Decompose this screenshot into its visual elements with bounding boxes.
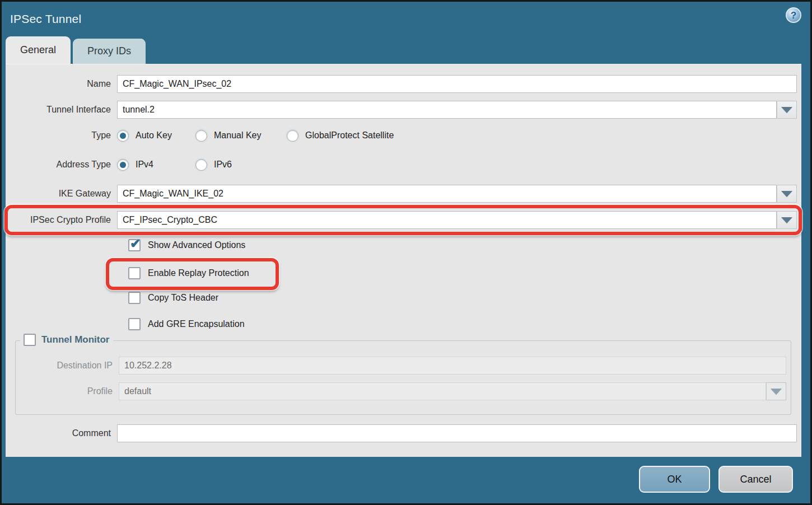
type-row: Type Auto Key Manual Key GlobalProtect S… xyxy=(6,128,801,143)
show-advanced-options-label: Show Advanced Options xyxy=(148,240,245,250)
radio-button-icon xyxy=(195,159,207,171)
radio-button-icon xyxy=(117,130,129,142)
name-input[interactable] xyxy=(117,75,797,93)
tab-proxy-ids-label: Proxy IDs xyxy=(87,45,131,57)
type-label: Type xyxy=(6,130,117,141)
tab-general-label: General xyxy=(20,44,56,56)
comment-input[interactable] xyxy=(117,424,797,442)
destination-ip-input xyxy=(119,357,786,375)
radio-globalprotect-satellite[interactable]: GlobalProtect Satellite xyxy=(287,130,394,142)
enable-replay-protection-row[interactable]: Enable Replay Protection xyxy=(6,266,801,280)
profile-row: Profile xyxy=(20,382,786,400)
radio-auto-key-label: Auto Key xyxy=(136,130,172,141)
radio-ipv6[interactable]: IPv6 xyxy=(195,159,232,171)
radio-auto-key[interactable]: Auto Key xyxy=(117,130,195,142)
ipsec-tunnel-dialog: IPSec Tunnel ? General Proxy IDs Name Tu… xyxy=(0,0,812,505)
copy-tos-header-row[interactable]: Copy ToS Header xyxy=(6,291,801,305)
ipsec-crypto-profile-input[interactable] xyxy=(117,211,777,229)
name-label: Name xyxy=(6,79,117,89)
ipsec-crypto-profile-dropdown-button[interactable] xyxy=(777,211,797,229)
tab-proxy-ids[interactable]: Proxy IDs xyxy=(73,39,146,64)
checkbox-icon[interactable] xyxy=(128,318,141,330)
address-type-label: Address Type xyxy=(6,160,117,170)
ike-gateway-dropdown-button[interactable] xyxy=(777,185,797,203)
cancel-button[interactable]: Cancel xyxy=(718,466,793,493)
radio-ipv4-label: IPv4 xyxy=(136,160,153,170)
enable-replay-protection-label: Enable Replay Protection xyxy=(148,268,249,278)
destination-ip-label: Destination IP xyxy=(20,361,119,371)
tunnel-interface-input[interactable] xyxy=(117,101,777,119)
destination-ip-row: Destination IP xyxy=(20,357,786,375)
ike-gateway-input[interactable] xyxy=(117,185,777,203)
chevron-down-icon xyxy=(771,389,782,395)
ok-button-label: OK xyxy=(667,474,682,485)
tunnel-monitor-legend: Tunnel Monitor xyxy=(20,334,113,346)
radio-ipv6-label: IPv6 xyxy=(214,160,232,170)
checkbox-icon[interactable] xyxy=(128,292,141,304)
chevron-down-icon xyxy=(781,107,792,113)
add-gre-encapsulation-label: Add GRE Encapsulation xyxy=(148,319,245,329)
radio-globalprotect-satellite-label: GlobalProtect Satellite xyxy=(305,130,394,141)
tunnel-monitor-checkbox[interactable] xyxy=(24,334,36,346)
help-icon[interactable]: ? xyxy=(786,7,801,23)
profile-input xyxy=(119,382,766,400)
dialog-footer: OK Cancel xyxy=(2,455,810,503)
radio-button-icon xyxy=(117,159,129,171)
cancel-button-label: Cancel xyxy=(740,474,771,485)
radio-manual-key[interactable]: Manual Key xyxy=(195,130,287,142)
tunnel-interface-row: Tunnel Interface xyxy=(6,101,801,119)
radio-button-icon xyxy=(287,130,298,142)
tab-bar: General Proxy IDs xyxy=(6,36,146,64)
comment-label: Comment xyxy=(6,428,117,438)
copy-tos-header-label: Copy ToS Header xyxy=(148,293,218,303)
profile-dropdown-button xyxy=(766,382,786,400)
checkbox-icon[interactable] xyxy=(128,239,141,251)
tunnel-interface-label: Tunnel Interface xyxy=(6,105,117,115)
chevron-down-icon xyxy=(781,191,792,197)
ike-gateway-row: IKE Gateway xyxy=(6,185,801,203)
tunnel-monitor-label: Tunnel Monitor xyxy=(41,334,110,345)
tab-general[interactable]: General xyxy=(6,36,71,64)
add-gre-encapsulation-row[interactable]: Add GRE Encapsulation xyxy=(6,317,801,331)
chevron-down-icon xyxy=(781,217,792,223)
ike-gateway-label: IKE Gateway xyxy=(6,189,117,199)
radio-button-icon xyxy=(195,130,207,142)
show-advanced-options-row[interactable]: Show Advanced Options xyxy=(6,238,801,252)
radio-ipv4[interactable]: IPv4 xyxy=(117,159,195,171)
checkbox-icon[interactable] xyxy=(128,267,141,279)
profile-label: Profile xyxy=(20,386,119,396)
question-mark-glyph: ? xyxy=(791,11,796,20)
tunnel-interface-dropdown-button[interactable] xyxy=(777,101,797,119)
tunnel-monitor-group: Tunnel Monitor Destination IP Profile xyxy=(15,340,791,415)
general-tab-panel: Name Tunnel Interface Type Auto Key xyxy=(6,64,801,457)
dialog-title: IPSec Tunnel xyxy=(10,12,81,26)
ok-button[interactable]: OK xyxy=(639,466,710,493)
comment-row: Comment xyxy=(6,424,801,442)
ipsec-crypto-profile-row: IPSec Crypto Profile xyxy=(6,211,801,229)
dialog-titlebar: IPSec Tunnel ? xyxy=(2,2,810,36)
radio-manual-key-label: Manual Key xyxy=(214,130,262,141)
address-type-row: Address Type IPv4 IPv6 xyxy=(6,157,801,172)
name-row: Name xyxy=(6,75,801,93)
ipsec-crypto-profile-label: IPSec Crypto Profile xyxy=(6,215,117,225)
